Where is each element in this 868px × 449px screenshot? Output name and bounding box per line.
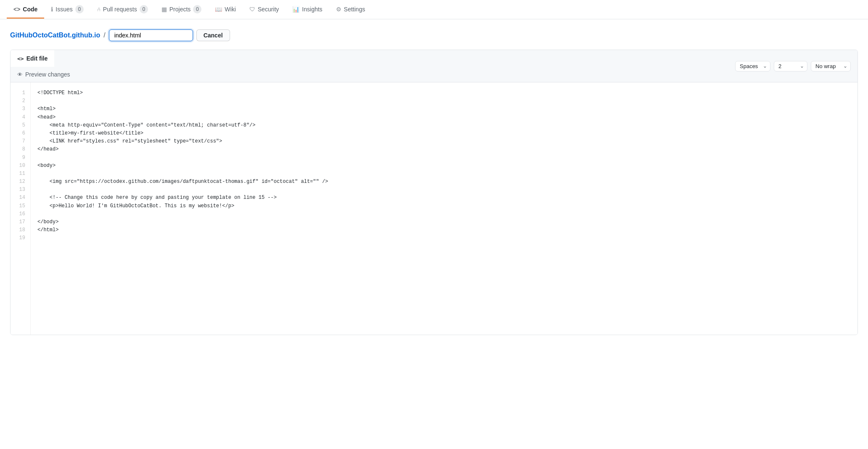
line-number: 8 xyxy=(17,145,25,153)
line-numbers: 12345678910111213141516171819 xyxy=(11,82,31,335)
line-number: 19 xyxy=(17,234,25,242)
indent-size-wrapper: 248 xyxy=(774,61,807,71)
issues-tab-label: Issues xyxy=(56,6,72,13)
code-content[interactable]: <!DOCTYPE html> <html> <head> <meta http… xyxy=(31,82,857,335)
pull-requests-tab-badge: 0 xyxy=(140,5,148,13)
tab-settings[interactable]: ⚙Settings xyxy=(329,1,372,18)
tab-issues[interactable]: ℹIssues0 xyxy=(44,0,90,19)
security-tab-icon: 🛡 xyxy=(249,6,255,13)
line-number: 7 xyxy=(17,137,25,145)
line-number: 3 xyxy=(17,105,25,113)
issues-tab-icon: ℹ xyxy=(51,6,53,13)
projects-tab-label: Projects xyxy=(169,6,191,13)
line-number: 12 xyxy=(17,178,25,186)
line-number: 10 xyxy=(17,162,25,170)
tab-projects[interactable]: ▦Projects0 xyxy=(155,0,209,19)
line-number: 1 xyxy=(17,89,25,97)
tab-pull-requests[interactable]: ⑃Pull requests0 xyxy=(90,0,155,19)
wiki-tab-label: Wiki xyxy=(225,6,236,13)
tab-insights[interactable]: 📊Insights xyxy=(286,1,329,18)
code-tab-icon: <> xyxy=(13,6,20,13)
wrap-mode-select[interactable]: No wrapSoft wrap xyxy=(811,61,851,71)
line-number: 17 xyxy=(17,218,25,226)
editor-toolbar: <> Edit file👁 Preview changes SpacesTabs… xyxy=(11,50,857,82)
pull-requests-tab-icon: ⑃ xyxy=(97,6,101,13)
file-path-row: GitHubOctoCatBot.github.io / Cancel xyxy=(10,29,858,41)
code-editor: 12345678910111213141516171819 <!DOCTYPE … xyxy=(11,82,857,335)
indent-mode-select[interactable]: SpacesTabs xyxy=(735,61,770,71)
indent-size-select[interactable]: 248 xyxy=(774,61,807,71)
editor-tab-edit-file[interactable]: <> Edit file xyxy=(11,50,54,67)
filename-input[interactable] xyxy=(109,29,193,41)
pull-requests-tab-label: Pull requests xyxy=(103,6,137,13)
projects-tab-badge: 0 xyxy=(193,5,201,13)
line-number: 6 xyxy=(17,129,25,137)
code-tab-label: Code xyxy=(23,6,37,13)
tab-security[interactable]: 🛡Security xyxy=(243,1,286,18)
indent-mode-wrapper: SpacesTabs xyxy=(735,61,770,71)
editor-tab-preview-changes[interactable]: 👁 Preview changes xyxy=(11,67,77,82)
editor-container: <> Edit file👁 Preview changes SpacesTabs… xyxy=(10,50,858,335)
tab-wiki[interactable]: 📖Wiki xyxy=(208,1,242,18)
line-number: 14 xyxy=(17,194,25,202)
line-number: 16 xyxy=(17,210,25,218)
line-number: 5 xyxy=(17,121,25,129)
editor-tabs: <> Edit file👁 Preview changes xyxy=(11,50,77,82)
line-number: 9 xyxy=(17,154,25,162)
insights-tab-label: Insights xyxy=(302,6,322,13)
projects-tab-icon: ▦ xyxy=(161,6,167,13)
line-number: 2 xyxy=(17,97,25,105)
settings-tab-icon: ⚙ xyxy=(336,6,341,13)
line-number: 18 xyxy=(17,226,25,234)
repo-link[interactable]: GitHubOctoCatBot.github.io xyxy=(10,32,100,39)
wrap-mode-wrapper: No wrapSoft wrap xyxy=(811,61,851,71)
insights-tab-icon: 📊 xyxy=(292,6,299,13)
path-separator: / xyxy=(103,32,105,39)
line-number: 13 xyxy=(17,186,25,194)
line-number: 15 xyxy=(17,202,25,210)
security-tab-label: Security xyxy=(258,6,279,13)
editor-options: SpacesTabs 248 No wrapSoft wrap xyxy=(728,58,857,75)
cancel-button[interactable]: Cancel xyxy=(196,29,230,41)
issues-tab-badge: 0 xyxy=(75,5,84,13)
tab-code[interactable]: <>Code xyxy=(7,1,44,18)
repo-nav: <>CodeℹIssues0⑃Pull requests0▦Projects0📖… xyxy=(0,0,868,19)
wiki-tab-icon: 📖 xyxy=(215,6,222,13)
main-content: GitHubOctoCatBot.github.io / Cancel <> E… xyxy=(0,19,868,335)
settings-tab-label: Settings xyxy=(344,6,365,13)
line-number: 4 xyxy=(17,114,25,121)
line-number: 11 xyxy=(17,170,25,178)
